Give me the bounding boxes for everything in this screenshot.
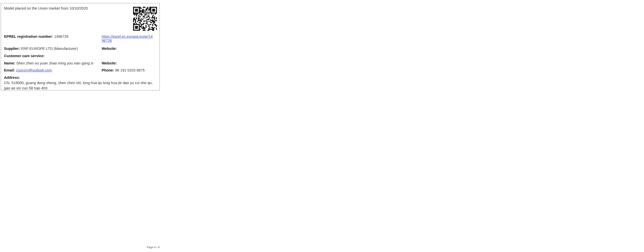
- qr-module: [146, 16, 147, 17]
- qr-module: [134, 19, 135, 20]
- qr-module: [139, 10, 140, 11]
- qr-module: [144, 12, 145, 13]
- qr-module: [156, 7, 157, 8]
- qr-module: [144, 21, 145, 22]
- qr-module: [148, 25, 149, 26]
- qr-module: [152, 24, 153, 25]
- qr-module: [151, 13, 152, 14]
- email-row: Email: zsoyzm@outlook.com Phone: 86 191 …: [4, 68, 156, 72]
- qr-module: [149, 7, 150, 8]
- qr-module: [152, 15, 153, 16]
- qr-module: [154, 18, 155, 19]
- qr-module: [148, 13, 149, 14]
- qr-module: [139, 12, 140, 13]
- qr-module: [133, 14, 134, 15]
- qr-module: [144, 20, 145, 21]
- qr-module: [134, 18, 135, 19]
- qr-module: [135, 10, 136, 11]
- qr-module: [139, 9, 140, 10]
- qr-module: [133, 13, 134, 14]
- qr-module: [140, 20, 141, 21]
- website-label-2: Website:: [102, 61, 117, 65]
- page-4: Model placed on the Union market from 10…: [0, 0, 161, 252]
- qr-module: [147, 24, 148, 25]
- qr-module: [156, 13, 157, 14]
- eprel-link[interactable]: https://eprel.ec.europa.eu/qr/14 96726: [102, 34, 162, 43]
- qr-module: [133, 24, 134, 25]
- qr-module: [152, 29, 153, 30]
- qr-module: [145, 10, 146, 11]
- qr-module: [149, 21, 150, 22]
- qr-module: [139, 29, 140, 30]
- qr-module: [155, 24, 156, 25]
- qr-module: [142, 10, 143, 11]
- qr-module: [146, 19, 147, 20]
- qr-module: [141, 18, 142, 19]
- address-label: Address:: [4, 76, 156, 80]
- qr-module: [143, 13, 144, 14]
- eprel-link-line1[interactable]: https://eprel.ec.europa.eu/qr/14: [102, 34, 153, 39]
- qr-module: [134, 7, 135, 8]
- qr-module: [144, 28, 145, 29]
- qr-module: [147, 21, 148, 22]
- qr-module: [133, 10, 134, 11]
- qr-module: [143, 23, 144, 24]
- qr-module: [150, 12, 151, 13]
- qr-module: [140, 8, 141, 9]
- eprel-link-line2[interactable]: 96726: [102, 39, 112, 43]
- qr-module: [138, 24, 139, 25]
- qr-module: [139, 27, 140, 28]
- qr-module: [152, 10, 153, 11]
- qr-module: [152, 21, 153, 22]
- qr-module: [152, 27, 153, 28]
- qr-module: [133, 29, 134, 30]
- qr-module: [138, 18, 139, 19]
- qr-module: [154, 10, 155, 11]
- qr-module: [151, 20, 152, 21]
- qr-module: [136, 30, 137, 31]
- page-footer: Page 4 / 4: [147, 246, 159, 249]
- qr-module: [147, 12, 148, 13]
- qr-module: [140, 22, 141, 23]
- phone-block: Phone: 86 191 0203 6875: [102, 68, 145, 72]
- qr-module: [140, 12, 141, 13]
- qr-module: [146, 8, 147, 9]
- qr-module: [149, 17, 150, 18]
- qr-module: [147, 8, 148, 9]
- qr-module: [142, 12, 143, 13]
- qr-module: [154, 9, 155, 10]
- qr-module: [135, 11, 136, 12]
- email-link[interactable]: zsoyzm@outlook.com: [16, 68, 52, 72]
- qr-module: [153, 22, 154, 23]
- qr-module: [139, 13, 140, 14]
- qr-module: [153, 21, 154, 22]
- qr-module: [149, 9, 150, 10]
- qr-module: [149, 27, 150, 28]
- qr-module: [138, 13, 139, 14]
- qr-module: [136, 7, 137, 8]
- qr-module: [143, 30, 144, 31]
- qr-module: [133, 26, 134, 27]
- qr-module: [139, 20, 140, 21]
- qr-module: [150, 20, 151, 21]
- qr-module: [152, 30, 153, 31]
- qr-module: [150, 29, 151, 30]
- qr-module: [148, 15, 149, 16]
- qr-module: [135, 20, 136, 21]
- qr-module: [133, 30, 134, 31]
- qr-module: [151, 7, 152, 8]
- qr-module: [133, 12, 134, 13]
- qr-module: [145, 14, 146, 15]
- qr-module: [139, 14, 140, 15]
- qr-module: [137, 13, 138, 14]
- qr-module: [139, 8, 140, 9]
- qr-module: [148, 16, 149, 17]
- qr-module: [155, 25, 156, 26]
- qr-module: [153, 9, 154, 10]
- qr-module: [145, 17, 146, 18]
- qr-module: [154, 11, 155, 12]
- qr-module: [136, 17, 137, 18]
- qr-module: [156, 18, 157, 19]
- qr-module: [136, 14, 137, 15]
- qr-module: [137, 26, 138, 27]
